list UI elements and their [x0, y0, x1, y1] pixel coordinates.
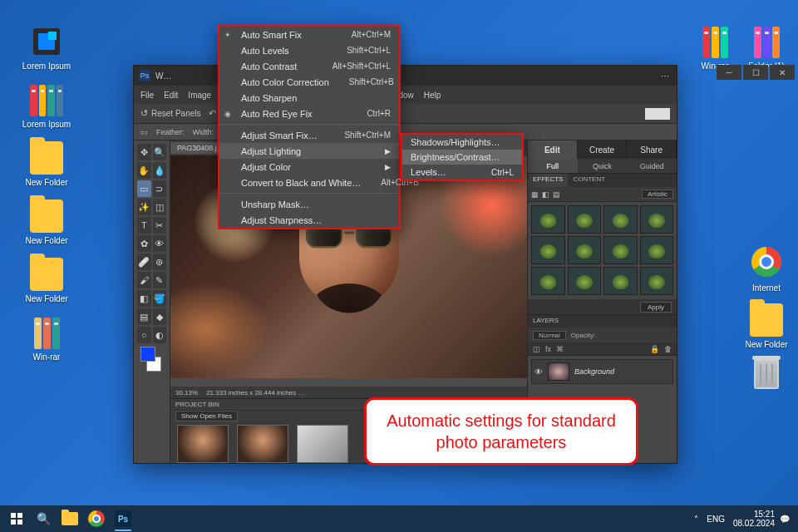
hand-tool[interactable]: ✋	[137, 162, 151, 179]
desktop-icon-winrar[interactable]: Win-rar	[22, 316, 71, 362]
menu-adjust-lighting[interactable]: Adjust Lighting▶	[219, 143, 399, 159]
blend-mode-dropdown[interactable]: Normal	[533, 331, 566, 340]
cookie-tool[interactable]: ✿	[137, 235, 151, 252]
effect-thumbnail[interactable]	[640, 236, 674, 264]
apply-button[interactable]: Apply	[640, 302, 672, 313]
move-tool[interactable]: ✥	[137, 144, 151, 160]
gradient-tool[interactable]: ▤	[137, 308, 151, 325]
desktop-icon-newfolder-right[interactable]: New Folder	[741, 303, 791, 350]
language-indicator[interactable]: ENG	[703, 515, 728, 524]
desktop-icon-newfolder-3[interactable]: New Folder	[22, 258, 71, 304]
tray-expand-icon[interactable]: ˄	[694, 515, 698, 524]
titlebar[interactable]: Ps W… ⋯	[134, 66, 677, 86]
tab-create[interactable]: Create	[578, 140, 628, 159]
tab-share[interactable]: Share	[627, 140, 677, 159]
effect-thumbnail[interactable]	[531, 205, 565, 234]
layer-trash-icon[interactable]: 🗑	[664, 345, 672, 353]
selection-tool[interactable]: ◫	[153, 199, 167, 215]
layer-lock-icon[interactable]: 🔒	[650, 345, 659, 353]
taskbar-app-photoshop[interactable]: Ps	[110, 505, 136, 532]
crop-tool[interactable]: ✂	[153, 217, 167, 234]
taskbar-app-chrome[interactable]	[83, 505, 110, 532]
visibility-icon[interactable]: 👁	[534, 367, 543, 377]
menu-adjust-smart-fix[interactable]: Adjust Smart Fix…Shift+Ctrl+M	[219, 127, 399, 143]
reset-panels-button[interactable]: ↺Reset Panels	[140, 108, 200, 119]
desktop-icon-newfolder-1[interactable]: New Folder	[22, 141, 71, 188]
smart-brush-tool[interactable]: ✎	[153, 272, 167, 288]
blur-tool[interactable]: ○	[137, 327, 151, 343]
eraser-tool[interactable]: ◧	[137, 290, 151, 307]
bin-thumbnail[interactable]	[237, 425, 288, 463]
redeye-tool[interactable]: 👁	[153, 235, 167, 252]
effect-thumbnail[interactable]	[568, 267, 602, 295]
filter-icon-3[interactable]: ▤	[553, 190, 560, 199]
menu-adjust-sharpness[interactable]: Adjust Sharpness…	[219, 212, 399, 228]
menu-auto-sharpen[interactable]: Auto Sharpen	[219, 90, 399, 106]
marquee-tool[interactable]: ▭	[137, 180, 151, 197]
menu-adjust-color[interactable]: Adjust Color▶	[219, 159, 399, 175]
content-tab[interactable]: CONTENT	[568, 174, 610, 187]
effect-thumbnail[interactable]	[531, 267, 565, 295]
desktop-icon-trash[interactable]	[741, 357, 791, 396]
brush-tool[interactable]: 🖌	[137, 272, 151, 288]
eyedropper-tool[interactable]: 💧	[153, 162, 167, 179]
search-button[interactable]: 🔍	[30, 505, 57, 532]
menu-unsharp-mask[interactable]: Unsharp Mask…	[219, 196, 399, 212]
zoom-value[interactable]: 30.13%	[175, 389, 198, 397]
mode-quick[interactable]: Quick	[578, 159, 628, 173]
layer-item-background[interactable]: 👁 Background	[531, 359, 673, 384]
clock[interactable]: 15:21 08.02.2024	[733, 510, 775, 528]
foreground-color[interactable]	[140, 347, 155, 362]
shape-tool[interactable]: ◆	[153, 308, 167, 325]
mode-guided[interactable]: Guided	[627, 159, 677, 173]
zoom-tool[interactable]: 🔍	[153, 144, 167, 160]
effect-thumbnail[interactable]	[568, 205, 602, 234]
window-minimize-button[interactable]: ─	[717, 65, 741, 80]
tab-edit[interactable]: Edit	[528, 140, 578, 159]
menu-auto-redeye[interactable]: ◉Auto Red Eye FixCtrl+R	[219, 106, 399, 121]
menu-auto-smart-fix[interactable]: ✦Auto Smart FixAlt+Ctrl+M	[219, 27, 399, 42]
menu-edit[interactable]: Edit	[164, 91, 178, 100]
lasso-tool[interactable]: ⊃	[153, 180, 167, 197]
window-close-button[interactable]: ✕	[770, 65, 795, 80]
healing-tool[interactable]: 🩹	[137, 254, 151, 270]
menu-file[interactable]: File	[140, 91, 154, 100]
effect-thumbnail[interactable]	[640, 267, 674, 295]
submenu-shadows-highlights[interactable]: Shadows/Highlights…	[402, 135, 522, 150]
menu-convert-bw[interactable]: Convert to Black and White…Alt+Ctrl+B	[219, 175, 399, 190]
effect-thumbnail[interactable]	[603, 236, 638, 264]
wand-tool[interactable]: ✨	[137, 199, 151, 215]
layer-fx-icon[interactable]: fx	[545, 345, 551, 353]
submenu-brightness-contrast[interactable]: Brightness/Contrast…	[402, 150, 522, 165]
titlebar-menu-icon[interactable]: ⋯	[661, 71, 672, 81]
desktop-icon-internet[interactable]: Internet	[741, 245, 791, 293]
effects-tab[interactable]: EFFECTS	[528, 174, 568, 187]
mode-full[interactable]: Full	[528, 159, 578, 173]
notifications-icon[interactable]: 💬	[780, 515, 790, 524]
start-button[interactable]	[3, 505, 30, 532]
desktop-icon-lorem-2[interactable]: Lorem Ipsum	[22, 83, 71, 130]
layer-new-icon[interactable]: ◫	[533, 345, 540, 353]
bin-thumbnail[interactable]	[297, 425, 348, 463]
effect-thumbnail[interactable]	[603, 205, 638, 234]
menu-help[interactable]: Help	[424, 91, 441, 100]
desktop-icon-lorem-1[interactable]: Lorem Ipsum	[22, 25, 71, 71]
window-maximize-button[interactable]: ☐	[743, 65, 768, 80]
search-box[interactable]	[645, 108, 670, 120]
menu-auto-color[interactable]: Auto Color CorrectionShift+Ctrl+B	[219, 74, 399, 90]
filter-icon-1[interactable]: ▦	[531, 190, 539, 199]
color-swatches[interactable]	[137, 345, 166, 373]
effect-thumbnail[interactable]	[531, 236, 565, 264]
menu-auto-contrast[interactable]: Auto ContrastAlt+Shift+Ctrl+L	[219, 58, 399, 74]
layer-link-icon[interactable]: ⌘	[556, 345, 564, 353]
taskbar-app-explorer[interactable]	[57, 505, 83, 532]
sponge-tool[interactable]: ◐	[153, 327, 167, 343]
clone-tool[interactable]: ⊛	[153, 254, 167, 270]
submenu-levels[interactable]: Levels…Ctrl+L	[402, 165, 522, 180]
bin-thumbnail[interactable]	[177, 425, 229, 463]
type-tool[interactable]: T	[137, 217, 151, 234]
effect-thumbnail[interactable]	[603, 267, 638, 295]
menu-image[interactable]: Image	[188, 91, 211, 100]
desktop-icon-newfolder-2[interactable]: New Folder	[22, 200, 71, 246]
bucket-tool[interactable]: 🪣	[153, 290, 167, 307]
